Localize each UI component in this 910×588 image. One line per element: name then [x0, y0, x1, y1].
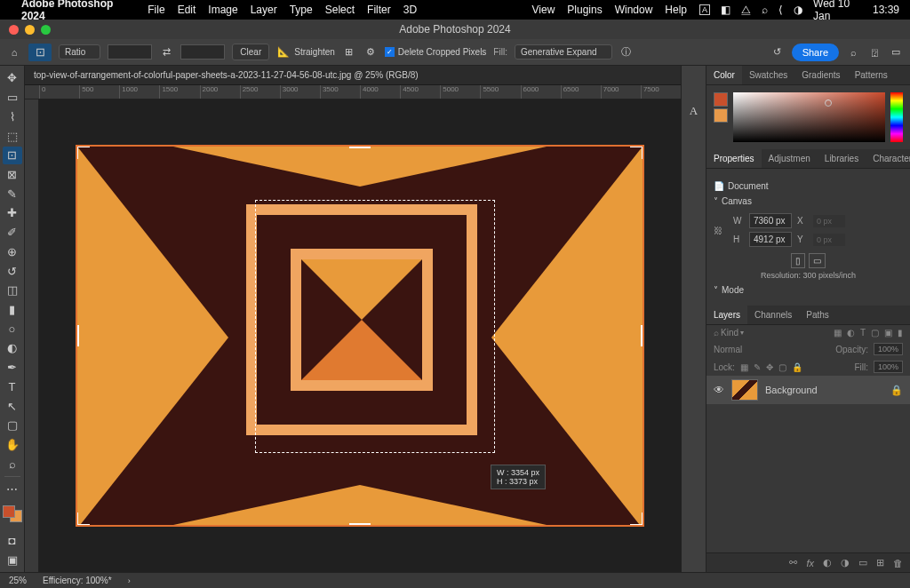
- filter-smart-icon[interactable]: ▣: [884, 328, 892, 338]
- layer-name[interactable]: Background: [765, 385, 818, 395]
- eyedropper-tool[interactable]: ✎: [3, 185, 22, 203]
- layer-mask-icon[interactable]: ◐: [823, 557, 832, 568]
- fill-info-icon[interactable]: ⓘ: [619, 45, 634, 60]
- ratio-height-input[interactable]: [180, 44, 225, 60]
- overlay-options-icon[interactable]: ⊞: [342, 45, 356, 60]
- menu-type[interactable]: Type: [290, 4, 313, 16]
- straighten-label[interactable]: Straighten: [294, 47, 335, 57]
- brush-tool[interactable]: ✐: [3, 224, 22, 242]
- search-icon[interactable]: ⌕: [762, 4, 768, 16]
- link-layers-icon[interactable]: ⚯: [789, 557, 797, 568]
- tab-gradients[interactable]: Gradients: [794, 66, 847, 84]
- healing-tool[interactable]: ✚: [3, 204, 22, 222]
- eraser-tool[interactable]: ◫: [3, 282, 22, 299]
- fill-dropdown[interactable]: Generative Expand: [515, 44, 612, 60]
- blur-tool[interactable]: ○: [3, 320, 22, 338]
- color-field[interactable]: [733, 92, 885, 142]
- help-icon[interactable]: ⍰: [867, 45, 882, 60]
- lock-all-icon[interactable]: 🔒: [792, 362, 802, 372]
- color-picker-bg[interactable]: [714, 108, 728, 123]
- document-tab[interactable]: top-view-of-arrangement-of-colorful-pape…: [25, 66, 681, 85]
- window-close-button[interactable]: [9, 25, 19, 35]
- pen-tool[interactable]: ✒: [3, 359, 22, 377]
- crop-tool[interactable]: ⊡: [3, 147, 22, 164]
- clone-stamp-tool[interactable]: ⊕: [3, 242, 22, 260]
- dodge-tool[interactable]: ◐: [3, 339, 22, 357]
- home-icon[interactable]: ⌂: [7, 45, 21, 60]
- delete-cropped-checkbox[interactable]: ✓ Delete Cropped Pixels: [385, 47, 487, 57]
- menu-help[interactable]: Help: [665, 4, 687, 16]
- menubar-time[interactable]: 13:39: [873, 4, 899, 16]
- menu-filter[interactable]: Filter: [367, 4, 391, 16]
- tab-properties[interactable]: Properties: [706, 149, 762, 168]
- menu-view[interactable]: View: [532, 4, 555, 16]
- efficiency-status[interactable]: Efficiency: 100%*: [43, 576, 112, 585]
- move-tool[interactable]: ✥: [3, 69, 22, 87]
- window-minimize-button[interactable]: [25, 25, 35, 35]
- window-maximize-button[interactable]: [41, 25, 51, 35]
- canvas-height-input[interactable]: [749, 232, 792, 247]
- glyphs-panel-icon[interactable]: A: [684, 101, 704, 121]
- horizontal-ruler[interactable]: 0500100015002000250030003500400045005000…: [25, 85, 681, 99]
- vertical-ruler[interactable]: [25, 99, 39, 572]
- tab-paths[interactable]: Paths: [799, 306, 836, 324]
- tab-libraries[interactable]: Libraries: [818, 149, 866, 168]
- canvas-viewport[interactable]: W : 3354 px H : 3373 px: [39, 99, 681, 572]
- quick-mask-icon[interactable]: ◘: [3, 531, 22, 549]
- orientation-landscape-icon[interactable]: ▭: [809, 253, 826, 268]
- delete-layer-icon[interactable]: 🗑: [893, 558, 903, 568]
- menu-file[interactable]: File: [148, 4, 164, 16]
- link-dimensions-icon[interactable]: ⛓: [714, 226, 722, 235]
- new-layer-icon[interactable]: ⊞: [876, 557, 884, 568]
- layer-fx-icon[interactable]: fx: [806, 558, 814, 568]
- crop-settings-icon[interactable]: ⚙: [363, 45, 378, 60]
- mode-section[interactable]: ˅Mode: [714, 285, 903, 295]
- filter-toggle[interactable]: ▮: [898, 328, 903, 338]
- canvas-section[interactable]: ˅Canvas: [714, 196, 903, 206]
- type-tool[interactable]: T: [3, 378, 22, 396]
- color-swatch-pair[interactable]: [3, 505, 22, 523]
- edit-toolbar-icon[interactable]: ⋯: [3, 481, 22, 498]
- search-tool-icon[interactable]: ⌕: [846, 45, 860, 60]
- filter-type-icon[interactable]: T: [860, 328, 866, 338]
- path-tool[interactable]: ↖: [3, 397, 22, 415]
- menu-plugins[interactable]: Plugins: [567, 4, 602, 16]
- new-fill-icon[interactable]: ◑: [841, 557, 850, 568]
- layer-filter-kind[interactable]: ⌕Kind▾: [714, 328, 744, 338]
- wifi-icon[interactable]: ⧋: [741, 4, 751, 16]
- filter-pixel-icon[interactable]: ▦: [834, 328, 842, 338]
- history-brush-tool[interactable]: ↺: [3, 262, 22, 280]
- shape-tool[interactable]: ▢: [3, 417, 22, 434]
- filter-shape-icon[interactable]: ▢: [871, 328, 879, 338]
- tab-patterns[interactable]: Patterns: [848, 66, 895, 84]
- menu-select[interactable]: Select: [325, 4, 355, 16]
- tab-channels[interactable]: Channels: [747, 306, 799, 324]
- lock-position-icon[interactable]: ✥: [766, 362, 773, 372]
- lasso-tool[interactable]: ⌇: [3, 107, 22, 125]
- layer-visibility-icon[interactable]: 👁: [714, 384, 724, 396]
- selection-tool[interactable]: ⬚: [3, 127, 22, 145]
- foreground-color[interactable]: [3, 505, 15, 518]
- tab-layers[interactable]: Layers: [706, 306, 747, 324]
- orientation-portrait-icon[interactable]: ▯: [791, 253, 805, 268]
- tab-character[interactable]: Character: [866, 149, 910, 168]
- workspace-icon[interactable]: ▭: [889, 45, 903, 60]
- menu-layer[interactable]: Layer: [251, 4, 277, 16]
- marquee-tool[interactable]: ▭: [3, 89, 22, 107]
- layer-thumbnail[interactable]: [731, 379, 758, 401]
- siri-icon[interactable]: ◑: [794, 4, 802, 16]
- screen-mode-icon[interactable]: ▣: [3, 551, 22, 568]
- swap-dimensions-icon[interactable]: ⇄: [159, 45, 173, 60]
- menu-window[interactable]: Window: [615, 4, 653, 16]
- opacity-input[interactable]: 100%: [874, 343, 903, 355]
- crop-handle-t[interactable]: [349, 145, 371, 148]
- hue-slider[interactable]: [890, 92, 903, 142]
- reset-icon[interactable]: ↺: [770, 45, 785, 60]
- ratio-width-input[interactable]: [108, 44, 152, 60]
- canvas-image[interactable]: W : 3354 px H : 3373 px: [76, 145, 644, 527]
- hand-tool[interactable]: ✋: [3, 436, 22, 454]
- fill-opacity-input[interactable]: 100%: [874, 361, 903, 373]
- menu-edit[interactable]: Edit: [178, 4, 196, 16]
- frame-tool[interactable]: ⊠: [3, 166, 22, 184]
- menu-3d[interactable]: 3D: [403, 4, 417, 16]
